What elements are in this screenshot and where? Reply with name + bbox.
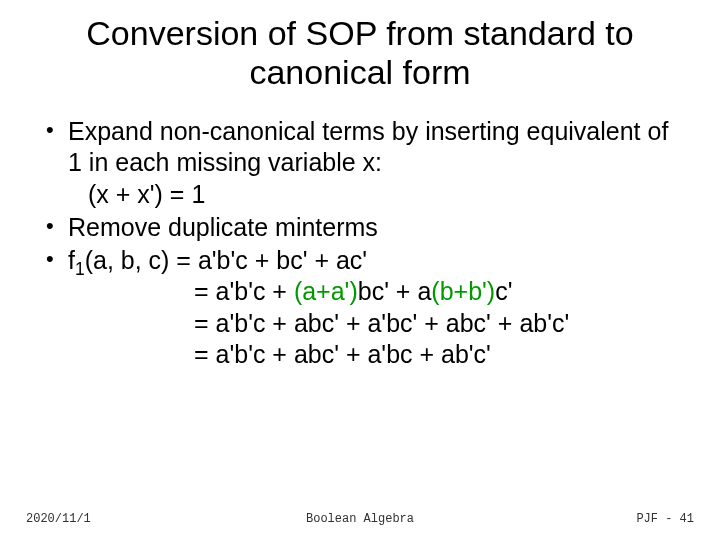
- inserted-aa: (a+a'): [294, 277, 358, 305]
- footer-topic: Boolean Algebra: [306, 512, 414, 526]
- derivation-line-4: = a'b'c + abc' + a'bc + ab'c': [68, 339, 680, 370]
- footer-date: 2020/11/1: [26, 512, 91, 526]
- inserted-bb: (b+b'): [431, 277, 495, 305]
- bullet-example: f1(a, b, c) = a'b'c + bc' + ac' = a'b'c …: [40, 245, 680, 370]
- bullet-remove-dup: Remove duplicate minterms: [40, 212, 680, 243]
- d2-a: = a'b'c +: [194, 277, 294, 305]
- bullet-expand-formula: (x + x') = 1: [68, 179, 680, 210]
- slide-footer: 2020/11/1 Boolean Algebra PJF - 41: [0, 512, 720, 526]
- derivation-line-3: = a'b'c + abc' + a'bc' + abc' + ab'c': [68, 308, 680, 339]
- slide-body: Expand non-canonical terms by inserting …: [40, 116, 680, 370]
- bullet-expand-text: Expand non-canonical terms by inserting …: [68, 117, 668, 176]
- bullet-expand: Expand non-canonical terms by inserting …: [40, 116, 680, 210]
- derivation-line-2: = a'b'c + (a+a')bc' + a(b+b')c': [68, 276, 680, 307]
- footer-page: PJF - 41: [636, 512, 694, 526]
- fn-head: (a, b, c) = a'b'c + bc' + ac': [85, 246, 367, 274]
- d2-b: bc' + a: [358, 277, 432, 305]
- fn-subscript: 1: [75, 259, 85, 279]
- page-title: Conversion of SOP from standard to canon…: [40, 14, 680, 92]
- d2-c: c': [495, 277, 512, 305]
- fn-symbol: f: [68, 246, 75, 274]
